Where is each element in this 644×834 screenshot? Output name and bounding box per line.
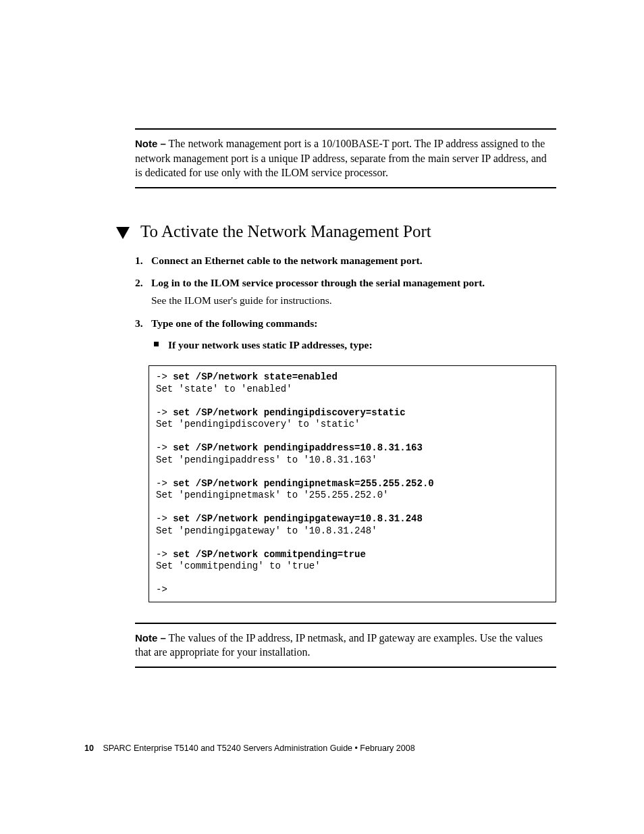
step-3: Type one of the following commands: If y… [135, 316, 556, 352]
code-block: -> set /SP/network state=enabled Set 'st… [149, 365, 556, 602]
page-number: 10 [84, 744, 94, 753]
code-prompt: -> [156, 478, 173, 489]
code-command: set /SP/network pendingipgateway=10.8.31… [173, 513, 423, 524]
code-prompt: -> [156, 584, 167, 595]
code-command: set /SP/network pendingipnetmask=255.255… [173, 478, 433, 489]
code-prompt: -> [156, 371, 173, 382]
code-output: Set 'pendingipdiscovery' to 'static' [156, 419, 360, 429]
triangle-down-icon [116, 227, 130, 239]
code-output: Set 'pendingipaddress' to '10.8.31.163' [156, 454, 377, 465]
page-footer: 10 SPARC Enterprise T5140 and T5240 Serv… [84, 744, 415, 753]
code-prompt: -> [156, 442, 173, 453]
code-output: Set 'pendingipnetmask' to '255.255.252.0… [156, 490, 388, 500]
code-command: set /SP/network pendingipaddress=10.8.31… [173, 442, 423, 453]
note-block-bottom: Note – The values of the IP address, IP … [135, 623, 556, 668]
bullet-item: If your network uses static IP addresses… [151, 338, 556, 353]
steps-list: Connect an Ethernet cable to the network… [135, 253, 556, 352]
step-title: Connect an Ethernet cable to the network… [151, 255, 423, 266]
code-command: set /SP/network commitpending=true [173, 549, 366, 560]
step-body: See the ILOM user's guide for instructio… [151, 293, 556, 308]
step-title: Type one of the following commands: [151, 317, 317, 329]
note-label: Note – [135, 138, 166, 149]
section-heading: To Activate the Network Management Port [140, 222, 431, 241]
footer-title: SPARC Enterprise T5140 and T5240 Servers… [103, 744, 414, 753]
code-output: Set 'commitpending' to 'true' [156, 561, 321, 571]
code-prompt: -> [156, 407, 173, 418]
section-heading-row: To Activate the Network Management Port [116, 222, 556, 241]
step-2: Log in to the ILOM service processor thr… [135, 276, 556, 307]
step-1: Connect an Ethernet cable to the network… [135, 253, 556, 268]
note-text: The values of the IP address, IP netmask… [135, 632, 543, 658]
code-prompt: -> [156, 549, 173, 560]
step-title: Log in to the ILOM service processor thr… [151, 277, 485, 288]
note-block-top: Note – The network management port is a … [135, 128, 556, 188]
note-text: The network management port is a 10/100B… [135, 138, 547, 178]
code-prompt: -> [156, 513, 173, 524]
code-output: Set 'state' to 'enabled' [156, 384, 292, 394]
note-label: Note – [135, 632, 166, 644]
bullet-text: If your network uses static IP addresses… [168, 338, 373, 353]
code-output: Set 'pendingipgateway' to '10.8.31.248' [156, 525, 377, 536]
code-command: set /SP/network pendingipdiscovery=stati… [173, 407, 405, 418]
code-command: set /SP/network state=enabled [173, 371, 338, 382]
square-bullet-icon [154, 342, 159, 346]
